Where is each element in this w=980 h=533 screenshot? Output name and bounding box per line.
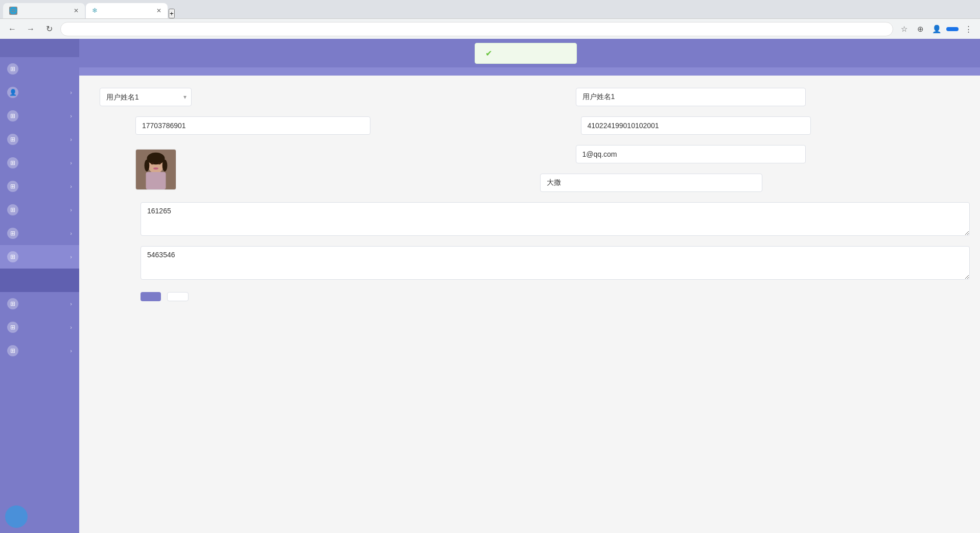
personal-icon: 👤 xyxy=(7,87,18,98)
success-toast: ✔ xyxy=(475,43,577,64)
reload-button[interactable]: ↻ xyxy=(42,22,56,36)
notice-icon: ⊞ xyxy=(7,181,18,192)
svg-point-4 xyxy=(145,160,150,172)
tab-close-home[interactable]: ✕ xyxy=(74,7,79,14)
sidebar-item-carousel[interactable]: ⊞ › xyxy=(0,339,79,362)
avatar-image xyxy=(136,149,176,190)
menu-icon[interactable]: ⋮ xyxy=(962,22,975,36)
sidebar-item-basic[interactable]: ⊞ › xyxy=(0,316,79,339)
sidebar-item-msgboard[interactable]: ⊞ › xyxy=(0,245,79,269)
carousel-icon: ⊞ xyxy=(7,345,18,356)
form-row-4: 161265 xyxy=(89,202,970,236)
id-card-input[interactable] xyxy=(581,116,811,135)
cancel-button[interactable] xyxy=(167,292,189,301)
user-icon: ⊞ xyxy=(7,157,18,168)
form-row-1: 用户姓名1 xyxy=(89,88,970,106)
admin-icon: ⊞ xyxy=(7,110,18,122)
left-col-1: 用户姓名1 xyxy=(89,88,530,106)
svg-point-7 xyxy=(158,162,161,164)
address-input[interactable] xyxy=(60,22,893,36)
msg-content-textarea[interactable]: 161265 xyxy=(141,202,970,236)
sidebar-item-order[interactable]: ⊞ › xyxy=(0,222,79,245)
chevron-carousel: › xyxy=(70,348,72,354)
right-col-1 xyxy=(530,88,970,106)
msgboard-icon: ⊞ xyxy=(7,251,18,262)
tab-favicon-app: ❄ xyxy=(92,7,100,15)
browser-chrome: 🌐 ✕ ❄ ✕ + ← → ↻ ☆ ⊕ 👤 ⋮ xyxy=(0,0,980,39)
new-tab-button[interactable]: + xyxy=(169,9,175,18)
profile-icon[interactable]: 👤 xyxy=(930,22,943,36)
browser-toolbar-right: ☆ ⊕ 👤 ⋮ xyxy=(897,22,975,36)
update-button[interactable] xyxy=(946,27,959,31)
sidebar-logo xyxy=(0,39,79,57)
msg-title-input[interactable] xyxy=(540,174,762,192)
network-icon: ⊞ xyxy=(7,298,18,309)
browser-tabs: 🌐 ✕ ❄ ✕ + xyxy=(0,0,980,18)
chevron-network: › xyxy=(70,301,72,307)
svg-point-5 xyxy=(162,160,168,172)
svg-point-8 xyxy=(153,167,158,169)
bookmark-icon[interactable]: ☆ xyxy=(897,22,911,36)
top-header: ✔ xyxy=(79,39,980,67)
app-wrapper: ⊞ 👤 › ⊞ › ⊞ › ⊞ › ⊞ › ⊞ xyxy=(0,39,980,533)
home-icon: ⊞ xyxy=(7,63,18,75)
submit-button[interactable] xyxy=(141,292,161,301)
email-input[interactable] xyxy=(576,145,806,163)
user-select-wrapper: 用户姓名1 xyxy=(100,88,192,106)
sidebar-item-network[interactable]: ⊞ › xyxy=(0,292,79,316)
left-col-3 xyxy=(89,145,530,190)
form-row-2 xyxy=(89,116,970,135)
email-row xyxy=(530,145,970,163)
sidebar-item-notice[interactable]: ⊞ › xyxy=(0,175,79,198)
left-col-2 xyxy=(89,116,530,135)
back-button[interactable]: ← xyxy=(5,22,19,36)
main-area: ✔ xyxy=(79,39,980,533)
browser-tab-app[interactable]: ❄ ✕ xyxy=(86,3,168,18)
toast-area: ✔ xyxy=(89,43,962,64)
basic-icon: ⊞ xyxy=(7,322,18,333)
breadcrumb xyxy=(79,67,980,76)
browser-tab-home[interactable]: 🌐 ✕ xyxy=(3,3,85,18)
forward-button[interactable]: → xyxy=(24,22,38,36)
reply-content-textarea[interactable]: 5463546 xyxy=(141,246,970,280)
msg-title-row xyxy=(530,174,970,192)
avatar xyxy=(135,149,176,190)
courier-icon: ⊞ xyxy=(7,134,18,145)
chevron-goods: › xyxy=(70,207,72,213)
sidebar-item-home[interactable]: ⊞ xyxy=(0,57,79,81)
user-select[interactable]: 用户姓名1 xyxy=(100,88,192,106)
right-col-3 xyxy=(530,145,970,192)
form-buttons xyxy=(141,292,970,301)
chevron-courier: › xyxy=(70,136,72,142)
tab-close-app[interactable]: ✕ xyxy=(156,7,161,14)
sidebar-item-courier[interactable]: ⊞ › xyxy=(0,128,79,151)
sidebar-item-admin[interactable]: ⊞ › xyxy=(0,104,79,128)
phone-input[interactable] xyxy=(135,116,370,135)
sidebar-item-user[interactable]: ⊞ › xyxy=(0,151,79,175)
order-icon: ⊞ xyxy=(7,228,18,239)
sidebar-item-goods[interactable]: ⊞ › xyxy=(0,198,79,222)
extensions-icon[interactable]: ⊕ xyxy=(914,22,927,36)
svg-point-3 xyxy=(147,153,165,164)
form-row-3 xyxy=(89,145,970,192)
chevron-order: › xyxy=(70,230,72,236)
main-content: 用户姓名1 xyxy=(79,76,980,533)
chevron-personal: › xyxy=(70,89,72,95)
sidebar: ⊞ 👤 › ⊞ › ⊞ › ⊞ › ⊞ › ⊞ xyxy=(0,39,79,533)
sidebar-item-personal[interactable]: 👤 › xyxy=(0,81,79,104)
chevron-admin: › xyxy=(70,113,72,119)
chevron-basic: › xyxy=(70,324,72,330)
svg-rect-2 xyxy=(146,172,166,189)
right-col-2 xyxy=(530,116,970,135)
tab-favicon-home: 🌐 xyxy=(9,7,17,15)
goods-icon: ⊞ xyxy=(7,204,18,215)
success-icon: ✔ xyxy=(485,49,492,58)
svg-point-6 xyxy=(151,162,154,164)
user-name-input[interactable] xyxy=(576,88,806,106)
sidebar-item-msgboard-sub[interactable] xyxy=(0,269,79,292)
form-row-5: 5463546 xyxy=(89,246,970,280)
chevron-notice: › xyxy=(70,183,72,189)
time-display xyxy=(5,505,28,528)
form-container: 用户姓名1 xyxy=(79,76,980,313)
msgboard-sub-icon xyxy=(7,275,18,286)
